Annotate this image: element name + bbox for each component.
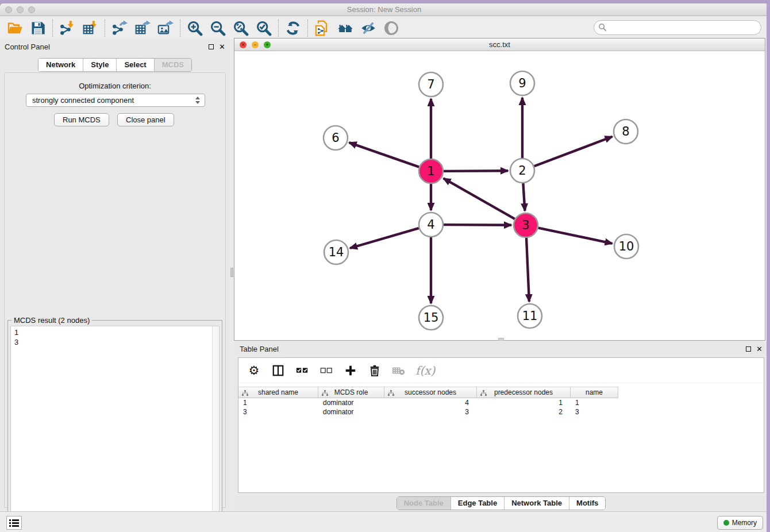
edge-3-1[interactable] xyxy=(444,178,515,219)
refresh-icon[interactable] xyxy=(282,18,305,38)
node-2[interactable]: 2 xyxy=(510,159,534,183)
node-6[interactable]: 6 xyxy=(324,126,348,150)
network-graph[interactable]: 7968124314101511 xyxy=(234,51,765,340)
column-header-predecessor-nodes[interactable]: predecessor nodes xyxy=(477,387,571,398)
close-panel-icon[interactable]: ✕ xyxy=(219,43,225,51)
mcds-result-box: MCDS result (2 nodes) 13 xyxy=(7,320,222,532)
cell-shared-name[interactable]: 3 xyxy=(238,407,318,417)
cell-MCDS-role[interactable]: dominator xyxy=(318,398,384,407)
tab-node-table[interactable]: Node Table xyxy=(397,497,451,510)
float-panel-icon[interactable] xyxy=(209,44,214,49)
cell-predecessor-nodes[interactable]: 2 xyxy=(477,407,571,417)
node-10[interactable]: 10 xyxy=(614,234,638,259)
splitter-grip[interactable] xyxy=(230,268,233,277)
edge-3-10[interactable] xyxy=(538,228,613,244)
edge-4-14[interactable] xyxy=(350,228,419,248)
unselect-all-icon[interactable] xyxy=(319,363,334,378)
tree-icon xyxy=(480,390,487,396)
edge-1-6[interactable] xyxy=(349,142,419,167)
memory-button[interactable]: Memory xyxy=(717,516,763,530)
edge-1-2[interactable] xyxy=(444,171,508,171)
result-scrollbar[interactable] xyxy=(212,326,219,532)
column-header-successor-nodes[interactable]: successor nodes xyxy=(384,387,477,398)
tab-mcds[interactable]: MCDS xyxy=(154,59,191,71)
node-9[interactable]: 9 xyxy=(510,71,534,95)
home-icon[interactable] xyxy=(334,18,357,38)
hide-details-icon[interactable] xyxy=(357,18,380,38)
network-canvas[interactable]: 7968124314101511 xyxy=(234,51,765,340)
cell-name[interactable]: 1 xyxy=(571,398,618,407)
node-7[interactable]: 7 xyxy=(419,72,443,97)
zoom-out-icon[interactable] xyxy=(206,18,229,38)
toolbar-separator xyxy=(52,20,53,37)
control-panel: Control Panel ✕ NetworkStyleSelectMCDS O… xyxy=(0,39,230,511)
edge-2-3[interactable] xyxy=(523,183,525,211)
tab-edge-table[interactable]: Edge Table xyxy=(451,497,504,510)
column-layout-icon[interactable] xyxy=(271,363,286,378)
search-input[interactable] xyxy=(594,20,761,35)
network-title: scc.txt xyxy=(234,40,765,49)
cell-shared-name[interactable]: 1 xyxy=(238,398,318,407)
node-11[interactable]: 11 xyxy=(518,304,542,328)
run-mcds-button[interactable]: Run MCDS xyxy=(54,113,109,126)
node-label: 8 xyxy=(622,125,629,138)
table-row[interactable]: 3dominator323 xyxy=(238,407,764,417)
import-table-icon[interactable] xyxy=(79,18,102,38)
trash-icon[interactable] xyxy=(367,363,382,378)
network-resize-grip[interactable] xyxy=(498,338,504,341)
cell-MCDS-role[interactable]: dominator xyxy=(318,407,384,417)
birds-eye-icon[interactable] xyxy=(380,18,403,38)
edge-3-11[interactable] xyxy=(526,238,529,302)
cell-successor-nodes[interactable]: 4 xyxy=(384,398,477,407)
tab-style[interactable]: Style xyxy=(83,59,116,71)
export-image-icon[interactable] xyxy=(154,18,177,38)
tab-motifs[interactable]: Motifs xyxy=(569,497,605,510)
node-8[interactable]: 8 xyxy=(614,119,638,144)
table-float-icon[interactable] xyxy=(746,346,751,352)
open-folder-icon[interactable] xyxy=(3,18,26,38)
table-row[interactable]: 1dominator411 xyxy=(238,398,764,407)
zoom-selected-icon[interactable] xyxy=(252,18,275,38)
cell-predecessor-nodes[interactable]: 1 xyxy=(477,398,571,407)
export-network-icon[interactable] xyxy=(108,18,131,38)
import-network-icon[interactable] xyxy=(56,18,79,38)
mcds-result-area[interactable]: 13 xyxy=(10,326,220,532)
add-icon[interactable] xyxy=(343,363,358,378)
tab-network-table[interactable]: Network Table xyxy=(504,497,569,510)
zoom-fit-icon[interactable] xyxy=(229,18,252,38)
tab-select[interactable]: Select xyxy=(116,59,153,71)
gear-icon[interactable]: ⚙ xyxy=(247,363,261,378)
select-all-icon[interactable] xyxy=(295,363,310,378)
duplicate-network-icon[interactable] xyxy=(311,18,334,38)
edge-2-8[interactable] xyxy=(534,137,613,166)
edge-4-3[interactable] xyxy=(444,225,511,225)
node-1[interactable]: 1 xyxy=(419,159,443,183)
node-3[interactable]: 3 xyxy=(514,213,538,237)
node-label: 10 xyxy=(619,240,634,253)
export-table-icon[interactable] xyxy=(131,18,154,38)
result-line: 3 xyxy=(14,337,215,347)
node-15[interactable]: 15 xyxy=(419,306,443,330)
save-icon[interactable] xyxy=(26,18,49,38)
cell-name[interactable]: 3 xyxy=(571,407,618,417)
task-history-button[interactable] xyxy=(6,516,22,530)
node-label: 1 xyxy=(427,164,434,178)
table-toolbar: ⚙f(x) xyxy=(238,358,764,383)
column-header-shared-name[interactable]: shared name xyxy=(238,387,318,398)
table-close-icon[interactable]: ✕ xyxy=(756,345,763,353)
zoom-in-icon[interactable] xyxy=(183,18,206,38)
network-window: ✕ − + scc.txt 7968124314101511 xyxy=(234,38,765,341)
node-14[interactable]: 14 xyxy=(324,240,348,264)
close-panel-button[interactable]: Close panel xyxy=(117,113,174,126)
node-4[interactable]: 4 xyxy=(419,213,443,237)
network-titlebar[interactable]: ✕ − + scc.txt xyxy=(234,38,765,51)
tab-network[interactable]: Network xyxy=(38,59,83,71)
criterion-select[interactable]: strongly connected component xyxy=(26,94,205,107)
criterion-value: strongly connected component xyxy=(32,96,134,105)
tree-icon xyxy=(388,390,394,396)
tree-icon xyxy=(322,390,328,396)
vertical-splitter[interactable] xyxy=(230,39,234,511)
column-header-MCDS-role[interactable]: MCDS role xyxy=(318,387,384,398)
cell-successor-nodes[interactable]: 3 xyxy=(384,407,477,417)
column-header-name[interactable]: name xyxy=(571,387,618,398)
